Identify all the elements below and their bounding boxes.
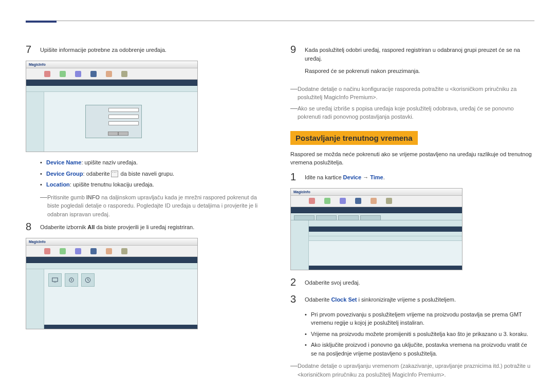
step-7-text: Upišite informacije potrebne za odobrenj… — [40, 44, 166, 54]
toolbar-icon — [386, 198, 392, 204]
step-9-text: Kada poslužitelj odobri uređaj, raspored… — [305, 44, 534, 80]
step-1-time: 1 Idite na kartice Device → Time. — [290, 171, 534, 183]
toolbar-icon — [90, 71, 97, 77]
section-intro: Raspored se možda neće pokrenuti ako se … — [290, 150, 534, 167]
grid-time-icon — [81, 273, 95, 287]
screenshot-device-all: MagicInfo — [26, 238, 198, 329]
toolbar-icon — [60, 71, 66, 77]
app-logo: MagicInfo — [29, 240, 46, 244]
right-column: 9 Kada poslužitelj odobri uređaj, raspor… — [290, 44, 534, 381]
step-9: 9 Kada poslužitelj odobri uređaj, raspor… — [290, 44, 534, 80]
browse-icon — [111, 171, 118, 177]
screenshot-device-time: MagicInfo — [290, 188, 462, 270]
step-2-text: Odaberite svoj uređaj. — [305, 276, 360, 287]
bullet-change: •Vrijeme na proizvodu možete promijeniti… — [305, 330, 534, 339]
bullet-device-name: • Device Name: upišite naziv uređaja. — [40, 158, 270, 167]
toolbar-icon — [44, 71, 50, 77]
step-1-text: Idite na kartice Device → Time. — [305, 171, 385, 182]
toolbar-icon — [44, 248, 50, 254]
toolbar-icon — [371, 198, 377, 204]
bullet-device-group: • Device Group: odaberite da biste navel… — [40, 170, 270, 178]
svg-rect-1 — [54, 282, 57, 283]
note-device-delete: ― Ako se uređaj izbriše s popisa uređaja… — [290, 104, 534, 121]
toolbar-icon — [324, 198, 330, 204]
toolbar-icon — [106, 71, 112, 77]
toolbar-icon — [60, 248, 66, 254]
step-3-text: Odaberite Clock Set i sinkronizirajte vr… — [305, 293, 456, 304]
toolbar-icon — [106, 248, 112, 254]
approval-dialog — [85, 105, 142, 138]
header-rule — [26, 21, 534, 21]
step-number: 3 — [290, 293, 305, 305]
note-config-details: ― Dodatne detalje o načinu konfiguracije… — [290, 85, 534, 102]
time-bullets: •Pri prvom povezivanju s poslužiteljem v… — [305, 310, 534, 358]
toolbar-icon — [75, 248, 81, 254]
svg-point-3 — [71, 279, 72, 281]
app-logo: MagicInfo — [293, 190, 310, 194]
bullet-restart: •Ako isključite proizvod i ponovno ga uk… — [305, 341, 534, 358]
step-number: 8 — [26, 221, 40, 233]
header-accent — [26, 21, 57, 23]
bullet-location: • Location: upišite trenutnu lokaciju ur… — [40, 180, 270, 189]
section-title-time: Postavljanje trenutnog vremena — [290, 131, 418, 145]
note-info-button: ― Pritisnite gumb INFO na daljinskom upr… — [40, 193, 270, 219]
screenshot-device-approval: MagicInfo — [26, 61, 198, 152]
left-column: 7 Upišite informacije potrebne za odobre… — [26, 44, 270, 381]
device-grid — [48, 273, 95, 287]
step-3-time: 3 Odaberite Clock Set i sinkronizirajte … — [290, 293, 534, 305]
note-time-details: ― Dodatne detalje o upravljanju vremenom… — [290, 362, 534, 379]
toolbar-icon — [340, 198, 346, 204]
toolbar-icon — [121, 248, 127, 254]
step-number: 1 — [290, 171, 305, 183]
bullet-gmt: •Pri prvom povezivanju s poslužiteljem v… — [305, 310, 534, 327]
step-number: 2 — [290, 276, 305, 288]
toolbar-icon — [75, 71, 81, 77]
step-number: 7 — [26, 44, 40, 55]
grid-device-icon — [48, 273, 62, 287]
toolbar-icon — [90, 248, 97, 254]
step-8: 8 Odaberite izbornik All da biste provje… — [26, 221, 270, 233]
step-8-text: Odaberite izbornik All da biste provjeri… — [40, 221, 194, 232]
step7-bullets: • Device Name: upišite naziv uređaja. • … — [40, 158, 270, 189]
step-number: 9 — [290, 44, 305, 55]
step-7: 7 Upišite informacije potrebne za odobre… — [26, 44, 270, 55]
toolbar-icon — [309, 198, 315, 204]
step-2-time: 2 Odaberite svoj uređaj. — [290, 276, 534, 288]
toolbar-icon — [121, 71, 127, 77]
two-column-layout: 7 Upišite informacije potrebne za odobre… — [26, 44, 534, 381]
toolbar-icon — [355, 198, 361, 204]
app-logo: MagicInfo — [29, 63, 46, 66]
svg-rect-0 — [52, 278, 58, 282]
grid-settings-icon — [65, 273, 78, 287]
